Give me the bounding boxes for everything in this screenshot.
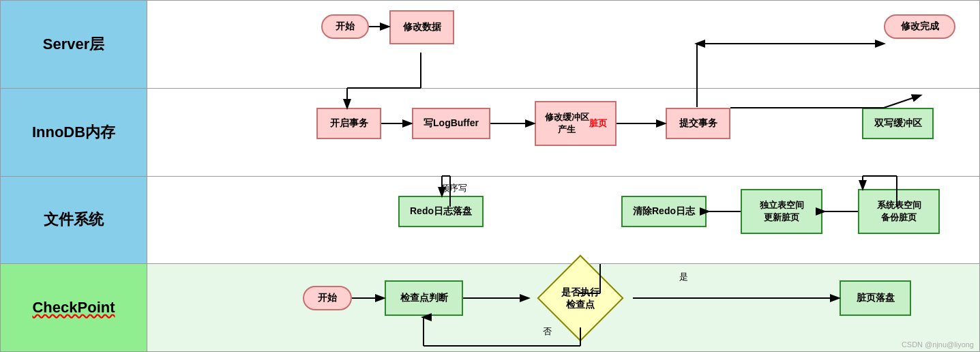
- innodb-double-write: 双写缓冲区: [862, 108, 934, 139]
- shunxu-label: 顺序写: [441, 182, 467, 194]
- svg-line-5: [884, 96, 920, 108]
- label-server: Server层: [1, 1, 147, 88]
- diagram: Server层 开始 修改数据 修改完成 InnoDB内存: [0, 0, 980, 352]
- innodb-content: 开启事务 写LogBuffer 修改缓冲区产生脏页 提交事务 双写缓冲区: [147, 89, 979, 176]
- row-checkpoint: CheckPoint 开始 检查点判断 是否执行检查点 脏页落盘 是 否: [1, 264, 979, 351]
- fs-clear-redo: 清除Redo日志: [621, 196, 707, 227]
- label-filesystem: 文件系统: [1, 177, 147, 264]
- cp-diamond-wrapper: 是否执行检查点: [529, 271, 632, 325]
- server-label-text: Server层: [43, 34, 105, 55]
- fs-sys-tablespace: 系统表空间备份脏页: [858, 189, 940, 234]
- row-filesystem: 文件系统 Redo日志落盘 清除Redo日志 独立表空间更新脏页 系统表空间备份…: [1, 177, 979, 265]
- server-arrows: [147, 1, 979, 88]
- watermark: CSDN @njnu@liyong: [902, 340, 974, 349]
- checkpoint-content: 开始 检查点判断 是否执行检查点 脏页落盘 是 否: [147, 264, 979, 351]
- fs-indep-tablespace: 独立表空间更新脏页: [741, 189, 822, 234]
- innodb-commit-tx: 提交事务: [666, 108, 730, 139]
- filesystem-label-text: 文件系统: [44, 209, 104, 230]
- checkpoint-label-text: CheckPoint: [32, 299, 115, 317]
- cp-start: 开始: [303, 286, 352, 310]
- label-innodb: InnoDB内存: [1, 89, 147, 176]
- cp-no-label: 否: [543, 325, 552, 338]
- innodb-label-text: InnoDB内存: [32, 122, 115, 143]
- server-modify-done: 修改完成: [884, 14, 955, 39]
- row-server: Server层 开始 修改数据 修改完成: [1, 1, 979, 89]
- server-modify-data: 修改数据: [389, 10, 454, 44]
- filesystem-content: Redo日志落盘 清除Redo日志 独立表空间更新脏页 系统表空间备份脏页 顺序…: [147, 177, 979, 264]
- row-innodb: InnoDB内存 开启事务 写LogBuffer 修改缓冲区产生脏页 提交事务 …: [1, 89, 979, 177]
- innodb-begin-tx: 开启事务: [316, 108, 381, 139]
- server-content: 开始 修改数据 修改完成: [147, 1, 979, 88]
- cp-dirty-flush: 脏页落盘: [840, 280, 911, 316]
- cp-yes-label: 是: [679, 271, 688, 283]
- server-start: 开始: [321, 14, 369, 39]
- fs-arrows: [147, 177, 979, 264]
- cp-judge: 检查点判断: [385, 280, 463, 316]
- innodb-dirty-page: 修改缓冲区产生脏页: [535, 101, 617, 146]
- fs-redo-disk: Redo日志落盘: [398, 196, 484, 227]
- label-checkpoint: CheckPoint: [1, 264, 147, 351]
- innodb-log-buffer: 写LogBuffer: [412, 108, 490, 139]
